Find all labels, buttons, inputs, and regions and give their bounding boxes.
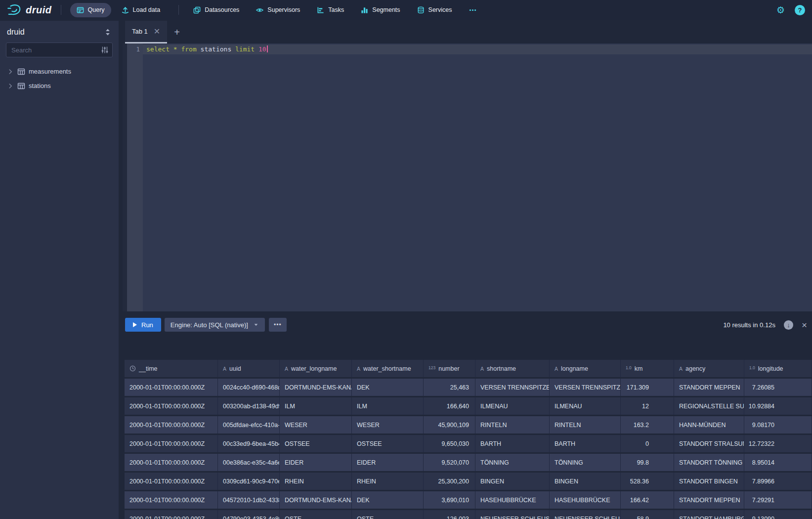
table-cell[interactable]: OSTE <box>352 510 424 519</box>
table-cell[interactable]: 58.9 <box>621 510 674 519</box>
table-cell[interactable]: RHEIN <box>280 473 352 490</box>
table-cell[interactable]: 12.72322 <box>744 435 812 452</box>
table-cell[interactable]: 7.89966 <box>744 473 812 490</box>
table-cell[interactable]: NEUENSEER SCHLEUSEN <box>550 510 621 519</box>
filter-sliders-icon[interactable] <box>101 46 109 54</box>
table-cell[interactable]: HASEHUBBRÜCKE <box>475 491 550 509</box>
sidebar-item-measurements[interactable]: measurements <box>6 64 113 79</box>
sql-editor[interactable]: 1 select * from stations limit 10 <box>123 43 812 311</box>
table-cell[interactable]: 99.8 <box>621 454 674 471</box>
engine-select[interactable]: Engine: Auto [SQL (native)] <box>165 318 265 332</box>
table-cell[interactable]: STANDORT TÖNNING <box>674 454 744 471</box>
table-cell[interactable]: 2000-01-01T00:00:00.000Z <box>125 379 218 396</box>
table-cell[interactable]: 04572010-1db2-4338-85 <box>218 491 280 509</box>
table-cell[interactable]: 9,520,070 <box>424 454 475 471</box>
table-cell[interactable]: EIDER <box>352 454 424 471</box>
sidebar-item-stations[interactable]: stations <box>6 79 113 93</box>
tab-close-icon[interactable]: ✕ <box>154 28 160 36</box>
table-cell[interactable]: TÖNNING <box>550 454 621 471</box>
table-cell[interactable]: STANDORT HAMBURG <box>674 510 744 519</box>
table-cell[interactable]: BARTH <box>475 435 550 452</box>
table-cell[interactable]: 2000-01-01T00:00:00.000Z <box>125 473 218 490</box>
table-cell[interactable]: 9.08170 <box>744 416 812 433</box>
table-cell[interactable]: DEK <box>352 379 424 396</box>
table-cell[interactable]: RINTELN <box>550 416 621 433</box>
run-button[interactable]: Run <box>125 318 161 332</box>
table-cell[interactable]: ILMENAU <box>475 397 550 415</box>
table-cell[interactable]: 9.13090 <box>744 510 812 519</box>
table-cell[interactable]: ILM <box>352 397 424 415</box>
table-cell[interactable]: 2000-01-01T00:00:00.000Z <box>125 510 218 519</box>
table-cell[interactable]: STANDORT MEPPEN <box>674 379 744 396</box>
schema-selector[interactable]: druid <box>6 28 113 37</box>
table-cell[interactable]: 25,463 <box>424 379 475 396</box>
table-cell[interactable]: 8.95014 <box>744 454 812 471</box>
table-cell[interactable]: HANN-MÜNDEN <box>674 416 744 433</box>
table-cell[interactable]: 0024cc40-d690-468d-84 <box>218 379 280 396</box>
table-cell[interactable]: ILMENAU <box>550 397 621 415</box>
table-cell[interactable]: 45,900,109 <box>424 416 475 433</box>
druid-logo[interactable]: druid <box>7 3 52 16</box>
table-cell[interactable]: 171.309 <box>621 379 674 396</box>
table-cell[interactable]: 163.2 <box>621 416 674 433</box>
table-cell[interactable]: OSTE <box>280 510 352 519</box>
table-cell[interactable]: RINTELN <box>475 416 550 433</box>
table-cell[interactable]: 2000-01-01T00:00:00.000Z <box>125 454 218 471</box>
column-header-shortname[interactable]: Ashortname <box>475 360 550 377</box>
table-cell[interactable]: NEUENSEER SCHLEUSEN <box>475 510 550 519</box>
sql-line-1[interactable]: select * from stations limit 10 <box>143 44 812 54</box>
table-cell[interactable]: 005dfdae-efcc-410a-bf1 <box>218 416 280 433</box>
table-cell[interactable]: 00c33ed9-6bea-45b4-87 <box>218 435 280 452</box>
table-cell[interactable]: 528.36 <box>621 473 674 490</box>
nav-item-datasources[interactable]: Datasources <box>187 3 246 17</box>
download-icon[interactable]: ↓ <box>784 320 793 330</box>
table-cell[interactable]: VERSEN TRENNSPITZE <box>475 379 550 396</box>
nav-item-more[interactable] <box>463 3 483 17</box>
table-cell[interactable]: 25,300,200 <box>424 473 475 490</box>
column-header-water-longname[interactable]: Awater_longname <box>280 360 352 377</box>
column-header-time[interactable]: __time <box>125 360 218 377</box>
code-area[interactable]: select * from stations limit 10 <box>143 43 812 311</box>
table-cell[interactable]: 3,690,010 <box>424 491 475 509</box>
table-cell[interactable]: WESER <box>280 416 352 433</box>
table-cell[interactable]: HASEHUBBRÜCKE <box>550 491 621 509</box>
table-cell[interactable]: 7.26085 <box>744 379 812 396</box>
table-cell[interactable]: BINGEN <box>475 473 550 490</box>
column-header-number[interactable]: 123number <box>424 360 475 377</box>
table-cell[interactable]: EIDER <box>280 454 352 471</box>
table-cell[interactable]: DORTMUND-EMS-KANA <box>280 379 352 396</box>
table-cell[interactable]: STANDORT MEPPEN <box>674 491 744 509</box>
tab-tab1[interactable]: Tab 1 ✕ <box>125 21 167 43</box>
table-cell[interactable]: 0 <box>621 435 674 452</box>
table-cell[interactable]: 2000-01-01T00:00:00.000Z <box>125 435 218 452</box>
query-more-button[interactable]: ••• <box>269 318 287 332</box>
table-cell[interactable]: VERSEN TRENNSPITZE <box>550 379 621 396</box>
table-cell[interactable]: 04790e03-4353-4e80-be <box>218 510 280 519</box>
table-cell[interactable]: OSTSEE <box>352 435 424 452</box>
table-cell[interactable]: 0309cd61-90c9-470e-99 <box>218 473 280 490</box>
table-cell[interactable]: 126,003 <box>424 510 475 519</box>
search-input[interactable] <box>6 43 113 57</box>
table-cell[interactable]: DORTMUND-EMS-KANA <box>280 491 352 509</box>
table-cell[interactable]: BINGEN <box>550 473 621 490</box>
table-cell[interactable]: WESER <box>352 416 424 433</box>
column-header-uuid[interactable]: Auuid <box>218 360 280 377</box>
nav-item-query[interactable]: Query <box>70 3 111 17</box>
table-cell[interactable]: 166,640 <box>424 397 475 415</box>
table-cell[interactable]: 2000-01-01T00:00:00.000Z <box>125 397 218 415</box>
help-icon[interactable]: ? <box>795 5 805 15</box>
nav-item-load-data[interactable]: Load data <box>115 3 167 17</box>
table-cell[interactable]: TÖNNING <box>475 454 550 471</box>
close-results-icon[interactable]: × <box>802 320 807 330</box>
table-cell[interactable]: REGIONALSTELLE SUHL <box>674 397 744 415</box>
table-cell[interactable]: 9,650,030 <box>424 435 475 452</box>
table-cell[interactable]: 12 <box>621 397 674 415</box>
table-cell[interactable]: BARTH <box>550 435 621 452</box>
nav-item-supervisors[interactable]: Supervisors <box>250 3 306 17</box>
table-cell[interactable]: RHEIN <box>352 473 424 490</box>
column-header-km[interactable]: 1.0km <box>621 360 674 377</box>
table-cell[interactable]: 166.42 <box>621 491 674 509</box>
column-header-water-shortname[interactable]: Awater_shortname <box>352 360 424 377</box>
column-header-longitude[interactable]: 1.0longitude <box>744 360 812 377</box>
column-header-longname[interactable]: Alongname <box>550 360 621 377</box>
